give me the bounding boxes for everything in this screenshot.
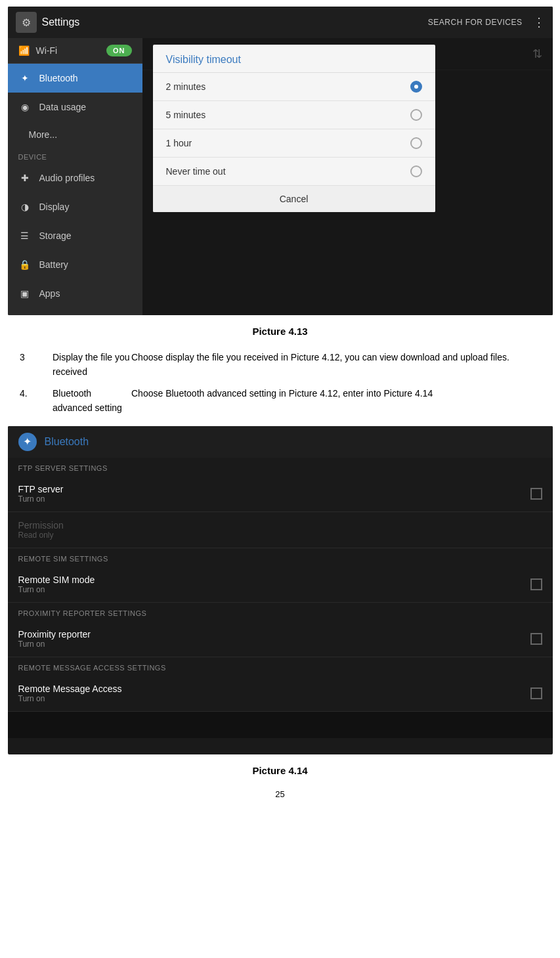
remote-sim-sub: Turn on: [18, 585, 530, 594]
main-content: 📞 ANDROID BT Only visible to paired devi…: [142, 38, 553, 315]
sidebar-item-apps[interactable]: ▣ Apps: [8, 279, 142, 308]
radio-never[interactable]: [410, 165, 422, 177]
sidebar: 📶 Wi-Fi ON ✦ Bluetooth ◉ Data usage More…: [8, 38, 142, 315]
sidebar-item-storage[interactable]: ☰ Storage: [8, 221, 142, 250]
settings-icon: ⚙: [22, 16, 31, 29]
text-row-4: 4. Bluetooth advanced setting Choose Blu…: [20, 386, 540, 416]
remote-msg-info: Remote Message Access Turn on: [18, 684, 530, 703]
remote-msg-checkbox[interactable]: [530, 687, 542, 699]
sidebar-item-battery[interactable]: 🔒 Battery: [8, 250, 142, 279]
screenshot-1: ⚙ Settings SEARCH FOR DEVICES ⋮ 📶 Wi-Fi …: [8, 7, 553, 315]
bluetooth-adv-icon: ✦: [18, 433, 37, 451]
caption-2: Picture 4.14: [0, 765, 560, 776]
bt-adv-header: ✦ Bluetooth: [8, 426, 553, 458]
item-3-label: Display the file you received: [53, 350, 131, 380]
menu-icon[interactable]: ⋮: [533, 15, 545, 30]
top-bar-right: SEARCH FOR DEVICES ⋮: [428, 15, 545, 30]
remote-sim-title: Remote SIM mode: [18, 575, 530, 585]
ftp-server-checkbox[interactable]: [530, 488, 542, 500]
permission-info: Permission Read only: [18, 520, 542, 540]
settings-icon-box: ⚙: [16, 12, 37, 33]
setting-permission: Permission Read only: [8, 512, 553, 548]
dialog-option-2min[interactable]: 2 minutes: [153, 73, 435, 101]
storage-icon: ☰: [18, 229, 32, 242]
bluetooth-icon: ✦: [18, 72, 32, 85]
proximity-info: Proximity reporter Turn on: [18, 629, 530, 649]
option-label-1hour: 1 hour: [166, 138, 410, 148]
section-remote-sim-header: REMOTE SIM SETTINGS: [8, 548, 553, 567]
option-label-5min: 5 minutes: [166, 110, 410, 120]
text-section: 3 Display the file you received Choose d…: [0, 350, 560, 416]
section-remote-msg-header: REMOTE MESSAGE ACCESS SETTINGS: [8, 657, 553, 676]
footer-bar: [8, 712, 553, 738]
bt-adv-title: Bluetooth: [45, 436, 89, 448]
caption-1: Picture 4.13: [0, 326, 560, 337]
option-label-2min: 2 minutes: [166, 81, 410, 92]
remote-msg-title: Remote Message Access: [18, 684, 530, 694]
radio-1hour[interactable]: [410, 137, 422, 149]
page-number: 25: [0, 789, 560, 799]
remote-sim-info: Remote SIM mode Turn on: [18, 575, 530, 594]
radio-2min[interactable]: [410, 81, 422, 93]
radio-5min[interactable]: [410, 109, 422, 121]
dialog-title: Visibility timeout: [153, 45, 435, 73]
option-label-never: Never time out: [166, 166, 410, 177]
ftp-server-sub: Turn on: [18, 494, 530, 504]
proximity-sub: Turn on: [18, 640, 530, 649]
setting-remote-sim[interactable]: Remote SIM mode Turn on: [8, 567, 553, 603]
wifi-label: 📶 Wi-Fi: [18, 45, 107, 56]
sidebar-item-bluetooth[interactable]: ✦ Bluetooth: [8, 64, 142, 93]
sidebar-item-more[interactable]: More...: [8, 121, 142, 148]
dialog-cancel-button[interactable]: Cancel: [153, 186, 435, 212]
search-for-devices-label[interactable]: SEARCH FOR DEVICES: [428, 18, 523, 27]
proximity-title: Proximity reporter: [18, 629, 530, 640]
item-3-num: 3: [20, 350, 53, 380]
dialog-option-never[interactable]: Never time out: [153, 158, 435, 186]
settings-title: Settings: [42, 16, 80, 28]
display-icon: ◑: [18, 200, 32, 213]
top-bar-left: ⚙ Settings: [16, 12, 80, 33]
screenshot-2: ✦ Bluetooth FTP SERVER SETTINGS FTP serv…: [8, 426, 553, 754]
ftp-server-title: FTP server: [18, 484, 530, 494]
battery-icon: 🔒: [18, 258, 32, 271]
top-bar: ⚙ Settings SEARCH FOR DEVICES ⋮: [8, 7, 553, 38]
bt-adv-body: FTP SERVER SETTINGS FTP server Turn on P…: [8, 458, 553, 738]
wifi-toggle[interactable]: ON: [106, 45, 132, 56]
data-usage-icon: ◉: [18, 100, 32, 114]
item-4-body: Choose Bluetooth advanced setting in Pic…: [131, 386, 540, 416]
permission-title: Permission: [18, 520, 542, 531]
sidebar-item-audio-profiles[interactable]: ✚ Audio profiles: [8, 163, 142, 192]
dialog-overlay: Visibility timeout 2 minutes 5 minutes 1…: [142, 38, 553, 315]
remote-sim-checkbox[interactable]: [530, 578, 542, 590]
sidebar-item-data-usage[interactable]: ◉ Data usage: [8, 93, 142, 121]
wifi-row[interactable]: 📶 Wi-Fi ON: [8, 38, 142, 64]
permission-sub: Read only: [18, 531, 542, 540]
item-3-body: Choose display the file you received in …: [131, 350, 540, 380]
item-4-label: Bluetooth advanced setting: [53, 386, 131, 416]
visibility-timeout-dialog: Visibility timeout 2 minutes 5 minutes 1…: [153, 45, 435, 212]
text-row-3: 3 Display the file you received Choose d…: [20, 350, 540, 380]
ftp-server-info: FTP server Turn on: [18, 484, 530, 504]
settings-layout: 📶 Wi-Fi ON ✦ Bluetooth ◉ Data usage More…: [8, 38, 553, 315]
audio-icon: ✚: [18, 171, 32, 185]
device-section-label: DEVICE: [8, 148, 142, 163]
proximity-checkbox[interactable]: [530, 633, 542, 645]
setting-ftp-server[interactable]: FTP server Turn on: [8, 476, 553, 512]
dialog-option-5min[interactable]: 5 minutes: [153, 101, 435, 129]
item-4-num: 4.: [20, 386, 53, 416]
setting-remote-msg[interactable]: Remote Message Access Turn on: [8, 676, 553, 712]
setting-proximity[interactable]: Proximity reporter Turn on: [8, 621, 553, 657]
section-proximity-header: PROXIMITY REPORTER SETTINGS: [8, 603, 553, 621]
remote-msg-sub: Turn on: [18, 694, 530, 703]
sidebar-item-display[interactable]: ◑ Display: [8, 192, 142, 221]
section-ftp-header: FTP SERVER SETTINGS: [8, 458, 553, 476]
apps-icon: ▣: [18, 287, 32, 300]
dialog-option-1hour[interactable]: 1 hour: [153, 129, 435, 158]
wifi-icon: 📶: [18, 45, 30, 56]
